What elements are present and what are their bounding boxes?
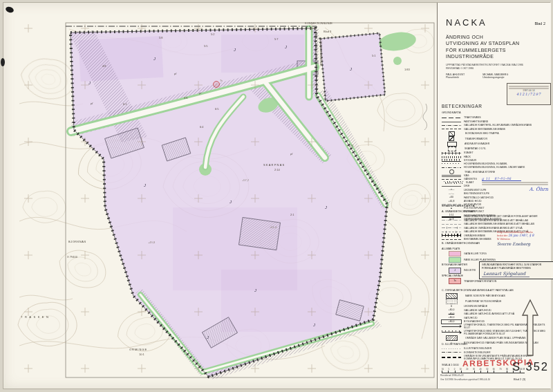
legend-row: GÄLLANDE BESTÄMMELSEGRÄNS AVSEDD ATT BEH…: [442, 223, 548, 226]
legend-symbol: +60: [442, 196, 461, 199]
legend-symbol: [446, 293, 458, 299]
author-2: MICHAEL SANDBERG Utstakningsingenjör: [482, 73, 508, 79]
legend-label: GÄLLANDE OMRÅDESGRÄNS AVSEDD ATT BEHÅLLA…: [464, 219, 548, 222]
scale-tick: 50: [486, 368, 488, 371]
legend-symbol: [442, 162, 461, 165]
map-label: 4:8: [102, 64, 106, 68]
map-label: +49,8: [148, 241, 156, 244]
stamp-illegible-line: [509, 86, 549, 87]
map-label: 6:8: [184, 96, 188, 100]
prepared-note: UPPRÄTTAD PÅ STADSARKITEKTKONTORET I NAC…: [446, 64, 523, 70]
legend-label: STAKET: [464, 151, 548, 154]
legend-label: MARK SOM INTE FÅR BEBYGGAS: [465, 295, 550, 297]
map-label: 6:1: [123, 102, 127, 106]
legend-row: GÄLLANDE OMRÅDESGRÄNS AVSEDD ATT UTGÅ: [442, 226, 548, 230]
note-illegible-line: [482, 182, 548, 183]
legend-row: BOSTADSHUS MED TRAPPA: [442, 131, 548, 136]
map-label: 2:1: [290, 213, 294, 216]
legend-label: TRANSFORMATOR: [465, 138, 548, 140]
map-label: Blad 3: [324, 30, 332, 33]
map-label: SKARPNÄS: [263, 163, 285, 167]
legend-label: FASTIGHETSGRÄNS: [464, 120, 548, 123]
map-label: 5:2: [211, 32, 215, 36]
scale-tick: 60: [493, 368, 495, 371]
legend-label: HÖJDKURVOR: [464, 203, 548, 206]
legend-label: TRAKTGRÄNS: [464, 116, 548, 119]
map-label: TRÄSKEN: [21, 315, 50, 319]
legend-row: HÄCK: [442, 155, 548, 158]
prepared-line: UPPRÄTTAD PÅ STADSARKITEKTKONTORET I NAC…: [446, 64, 523, 67]
map-label: 2:14: [274, 168, 281, 171]
legend-label: LINJE RITAD 3 M UTANFÖR DET OMRÅDE FÖRSL…: [464, 215, 548, 218]
author-1: PAUL AHLKVIST Planarkitekt: [446, 73, 465, 79]
legend-label: GATA ELLER TORG: [464, 252, 497, 255]
legend-label: HÖGSPÄNNINGSLEDNING, ELKABEL: [464, 162, 548, 165]
legend-symbol: [442, 218, 461, 222]
legend-symbol: [448, 147, 456, 151]
legend-symbol: [442, 347, 461, 351]
legend-symbol: [449, 131, 455, 136]
scale-tick: 0: [454, 368, 456, 371]
certification-signature: Lennart Sjögelund: [482, 271, 529, 277]
footer-basemap: Gnr 10/1986 Grundkartan upprättad 1986-0…: [440, 379, 490, 382]
legend-symbol: —·—: [442, 192, 461, 196]
footer-revised: Reviderad 1986-05-22: [440, 375, 464, 377]
legend-symbol: [442, 116, 461, 120]
legend-symbol: [442, 124, 461, 127]
map-label: Ts: [220, 79, 223, 82]
plan-code: S 352: [512, 360, 549, 373]
legend-label: GÄLLANDE OMRÅDESGRÄNS AVSEDD ATT UTGÅ: [464, 227, 548, 230]
scale-tick: 40: [480, 368, 482, 371]
plan-sheet-page: KONNEKTIONSLINJEBlad 3KONNEKTIONSLINJEBJ…: [0, 0, 553, 392]
legend-label: AVVÄGD HÖJD: [464, 200, 548, 203]
legend-row: ANDRA BYGGNADER: [442, 142, 548, 147]
map-label: KONNEKTIONSLINJE: [319, 39, 323, 66]
approval-date: 87-05-06: [494, 177, 512, 180]
scale-tick: 10: [442, 368, 444, 371]
legend-symbol: +60,0: [442, 308, 461, 312]
legend-symbol: +60,0: [442, 312, 461, 316]
legend-symbol: [442, 230, 461, 234]
municipality-title: NACKA: [446, 18, 487, 28]
legend-symbol: —o—: [442, 188, 461, 192]
note-illegible-line: [482, 184, 548, 185]
authors: PAUL AHLKVIST Planarkitekt MICHAEL SANDB…: [446, 73, 543, 79]
legend-row: GÄLLANDE KVARTERS- ELLER ANNAN OMRÅDESGR…: [442, 124, 548, 127]
map-label: 10:1: [139, 353, 145, 356]
legend-symbol: [446, 335, 458, 341]
legend-symbol: [449, 257, 461, 263]
legend-symbol: [449, 169, 454, 174]
legend-symbol: [442, 215, 461, 218]
legend-label: POLYGONPUNKT: [464, 207, 548, 209]
legend-symbol: U: [442, 305, 461, 308]
legend-symbol: [449, 136, 454, 141]
legend-label: TRANSFORMATORSTATION: [464, 280, 497, 283]
map-label: KONNEKTIONSLINJE: [305, 21, 332, 25]
legend-row: STAKET: [442, 151, 548, 155]
legend-symbol: [442, 120, 461, 123]
map-label: 1:83: [404, 68, 411, 71]
legend-label: ANDRA BYGGNADER: [465, 142, 548, 145]
revised-line: REVIDERAD I OKT 1986: [446, 67, 523, 71]
legend-row: LINJE RITAD 3 M UTANFÖR DET OMRÅDE FÖRSL…: [442, 215, 548, 218]
legend-row: SKÄRMTAK O DYL: [442, 147, 548, 151]
registration-stamp: 1987-04-14 4121/7297: [507, 83, 551, 105]
legend-symbol: [442, 151, 461, 155]
stamp-handwritten-number: 4121/7297: [509, 93, 549, 97]
legend-symbol: +61,8: [442, 200, 461, 203]
footer-sheet: Blad 2 (3): [514, 378, 525, 382]
scale-label: SKALA 1:1000: [442, 364, 459, 366]
legend-label: BOSTADSHUS MED TRAPPA: [465, 132, 548, 135]
basemap-certification-box: GRUNDKARTANS RIKTIGHET INTILL 50 M UTANF…: [479, 261, 553, 279]
legend-label: BELYSNINGSSTOLPE: [464, 192, 548, 195]
section-d-heading: D. ILLUSTRATIONER: [442, 343, 467, 346]
legend-symbol: [449, 251, 461, 256]
plan-title-line1: ÄNDRING OCH: [446, 34, 551, 40]
legend-symbol: J: [449, 268, 461, 274]
legend-row: +61,8 AVVÄGD HÖJD: [442, 200, 548, 203]
legend-label: GÄLLANDE BESTÄMMELSEGRÄNS: [464, 128, 548, 131]
council-stamp-line3: Nr Vidimeras: [497, 238, 550, 241]
legend-symbol: [444, 181, 463, 184]
sheet-number: Blad 2: [534, 21, 545, 26]
legend-label: ALLMÄN PLATS: [442, 248, 497, 250]
